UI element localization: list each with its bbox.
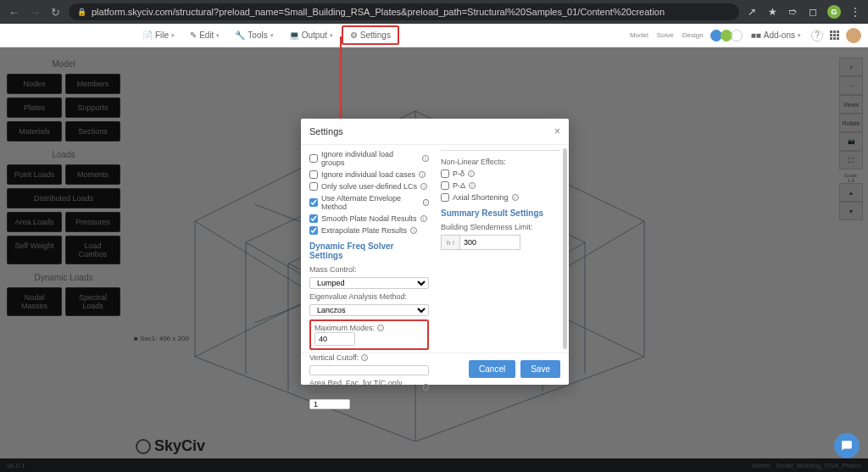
slenderness-row: h /: [441, 235, 560, 250]
area-red-label: Area Red. Fac. for T/C only members:i: [309, 379, 429, 396]
nonlinear-label: Non-Linear Effects:: [441, 158, 560, 166]
dialog-title: Settings: [309, 126, 343, 136]
chk-ignore-cases[interactable]: Ignore individual load casesi: [309, 170, 429, 179]
window-icon[interactable]: ◻: [807, 6, 819, 18]
apps-grid-icon[interactable]: [830, 31, 839, 40]
browser-chrome-bar: ← → ↻ 🔒 platform.skyciv.com/structural?p…: [0, 0, 868, 24]
kebab-icon[interactable]: ⋮: [849, 6, 861, 18]
info-icon: i: [361, 354, 368, 361]
menu-edit[interactable]: ✎Edit▾: [183, 25, 226, 45]
menu-tools[interactable]: 🔧Tools▾: [228, 25, 280, 45]
slenderness-prefix: h /: [441, 235, 459, 250]
help-icon[interactable]: ?: [811, 30, 823, 42]
slenderness-label: Building Slenderness Limit:: [441, 223, 560, 231]
area-red-input[interactable]: [309, 399, 350, 409]
menu-output[interactable]: 💻Output▾: [282, 25, 340, 45]
profile-avatar[interactable]: G: [827, 5, 841, 19]
info-icon: i: [420, 215, 427, 222]
info-icon: i: [377, 325, 384, 331]
user-avatar[interactable]: [846, 28, 861, 43]
info-icon: i: [423, 384, 429, 391]
menu-settings[interactable]: ⚙Settings: [342, 25, 399, 45]
eigen-select[interactable]: Lanczos: [309, 304, 429, 316]
nav-forward-icon[interactable]: →: [28, 6, 42, 19]
max-modes-input[interactable]: [314, 332, 355, 346]
menu-addons[interactable]: ■■Add-ons▾: [748, 31, 804, 40]
info-icon: i: [410, 227, 417, 234]
info-icon: i: [422, 155, 429, 162]
chk-p-large[interactable]: P-Δi: [441, 181, 560, 190]
url-text: platform.skyciv.com/structural?preload_n…: [92, 7, 665, 17]
chk-user-defined[interactable]: Only solve user-defined LCsi: [309, 182, 429, 191]
app-toolbar: 📄File▾ ✎Edit▾ 🔧Tools▾ 💻Output▾ ⚙Settings…: [0, 24, 868, 47]
menu-file[interactable]: 📄File▾: [136, 25, 181, 45]
dialog-close-icon[interactable]: ×: [554, 125, 560, 137]
info-icon: i: [468, 170, 475, 177]
settings-dialog: Settings × Ignore individual load groups…: [301, 119, 569, 385]
eigen-label: Eigenvalue Analysis Method:: [309, 292, 429, 301]
vertical-cutoff-input[interactable]: [309, 365, 429, 375]
lock-icon: 🔒: [77, 8, 86, 16]
info-icon: i: [419, 171, 426, 178]
help-chat-button[interactable]: [834, 433, 860, 458]
chk-envelope[interactable]: Use Alternate Envelope Methodi: [309, 194, 429, 211]
share-icon[interactable]: ↗: [746, 6, 758, 18]
pipeline-labels: ModelSolveDesign: [630, 31, 704, 39]
chk-extrapolate[interactable]: Extrapolate Plate Resultsi: [309, 226, 429, 235]
mass-control-select[interactable]: Lumped: [309, 277, 429, 289]
section-summary: Summary Result Settings: [441, 208, 560, 218]
mass-control-label: Mass Control:: [309, 265, 429, 274]
pipeline-status: [710, 30, 741, 42]
info-icon: i: [423, 199, 429, 206]
chk-smooth[interactable]: Smooth Plate Nodal Resultsi: [309, 214, 429, 223]
info-icon: i: [512, 194, 519, 201]
nav-reload-icon[interactable]: ↻: [49, 6, 62, 19]
cancel-button[interactable]: Cancel: [469, 360, 515, 378]
puzzle-icon[interactable]: ➱: [787, 6, 798, 18]
chk-axial-shortening[interactable]: Axial Shorteningi: [441, 193, 560, 202]
info-icon: i: [469, 182, 476, 189]
chk-ignore-groups[interactable]: Ignore individual load groupsi: [309, 150, 429, 167]
max-modes-label: Maximum Modes:i: [314, 324, 424, 332]
extension-icon[interactable]: ★: [766, 6, 778, 18]
url-bar[interactable]: 🔒 platform.skyciv.com/structural?preload…: [69, 3, 739, 20]
annotation-line: [340, 36, 342, 121]
section-dynamic-freq: Dynamic Freq Solver Settings: [309, 242, 429, 260]
save-button[interactable]: Save: [520, 360, 560, 378]
nav-back-icon[interactable]: ←: [7, 6, 21, 19]
info-icon: i: [420, 183, 427, 190]
slenderness-input[interactable]: [459, 235, 520, 250]
chk-p-small[interactable]: P-δi: [441, 169, 560, 178]
max-modes-highlight: Maximum Modes:i: [309, 319, 429, 350]
vertical-cutoff-label: Vertical Cutoff:i: [309, 353, 429, 362]
